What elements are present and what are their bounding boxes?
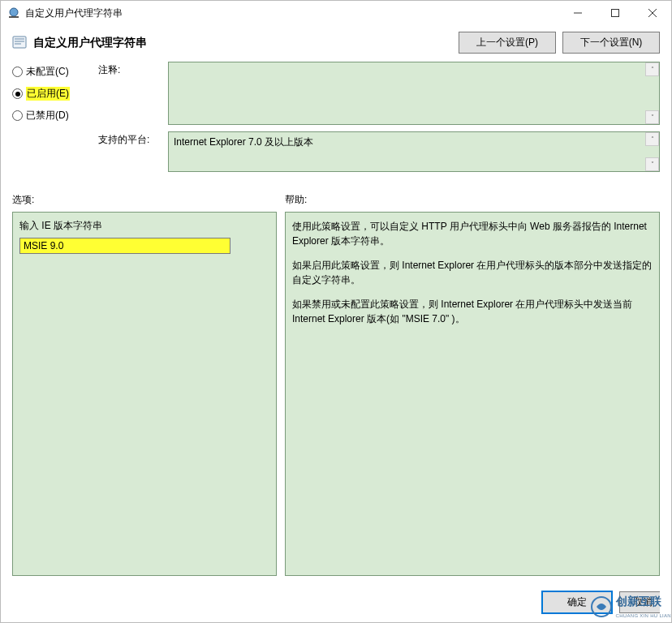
comment-textarea[interactable]: ˄ ˅ [168, 62, 660, 125]
platforms-box: Internet Explorer 7.0 及以上版本 ˄ ˅ [168, 131, 660, 172]
svg-rect-6 [13, 37, 26, 48]
scroll-down-icon[interactable]: ˅ [645, 157, 659, 171]
platforms-label: 支持的平台: [98, 131, 168, 172]
state-radios: 未配置(C) 已启用(E) 已禁用(D) [12, 62, 98, 178]
help-text: 如果启用此策略设置，则 Internet Explorer 在用户代理标头的版本… [292, 258, 653, 287]
watermark-sub: CHUANG XIN HU LIAN [616, 613, 671, 618]
platforms-value: Internet Explorer 7.0 及以上版本 [174, 136, 313, 148]
radio-icon [12, 67, 23, 77]
radio-label: 已禁用(D) [26, 109, 69, 122]
watermark: 创新互联 CHUANG XIN HU LIAN [590, 595, 671, 619]
window-controls [559, 1, 671, 25]
maximize-button[interactable] [597, 1, 634, 25]
radio-icon [12, 88, 23, 99]
footer: 确定 取消 [1, 584, 671, 622]
scroll-up-icon[interactable]: ˄ [645, 132, 659, 146]
svg-point-0 [10, 8, 18, 16]
radio-icon [12, 110, 23, 121]
radio-enabled[interactable]: 已启用(E) [12, 87, 98, 101]
section-labels: 选项: 帮助: [1, 185, 671, 212]
panels: 输入 IE 版本字符串 使用此策略设置，可以自定义 HTTP 用户代理标头中向 … [1, 212, 671, 584]
page-title: 自定义用户代理字符串 [33, 36, 459, 50]
window-title: 自定义用户代理字符串 [25, 6, 559, 20]
options-label: 选项: [12, 193, 285, 207]
scroll-up-icon[interactable]: ˄ [645, 62, 659, 76]
app-icon [7, 6, 20, 19]
scroll-down-icon[interactable]: ˅ [645, 110, 659, 124]
svg-rect-3 [612, 10, 619, 17]
svg-rect-1 [9, 16, 19, 18]
help-label: 帮助: [285, 193, 660, 207]
titlebar: 自定义用户代理字符串 [1, 1, 671, 25]
help-panel: 使用此策略设置，可以自定义 HTTP 用户代理标头中向 Web 服务器报告的 I… [285, 212, 660, 576]
watermark-brand: 创新互联 [616, 595, 661, 608]
window: 自定义用户代理字符串 自定义用户代理字符串 上一个设置(P) [0, 0, 672, 623]
comment-label: 注释: [98, 62, 168, 125]
config-area: 未配置(C) 已启用(E) 已禁用(D) 注释: ˄ ˅ [1, 54, 671, 185]
radio-disabled[interactable]: 已禁用(D) [12, 109, 98, 122]
next-setting-button[interactable]: 下一个设置(N) [562, 32, 660, 54]
policy-icon [12, 36, 27, 50]
previous-setting-button[interactable]: 上一个设置(P) [459, 32, 556, 54]
ie-version-input[interactable] [19, 238, 230, 254]
radio-label: 已启用(E) [26, 87, 70, 101]
help-text: 如果禁用或未配置此策略设置，则 Internet Explorer 在用户代理标… [292, 297, 653, 326]
radio-not-configured[interactable]: 未配置(C) [12, 65, 98, 79]
input-label: 输入 IE 版本字符串 [19, 219, 269, 233]
minimize-button[interactable] [559, 1, 597, 25]
watermark-logo-icon [590, 595, 613, 618]
radio-label: 未配置(C) [26, 65, 69, 79]
help-text: 使用此策略设置，可以自定义 HTTP 用户代理标头中向 Web 服务器报告的 I… [292, 219, 653, 248]
options-panel: 输入 IE 版本字符串 [12, 212, 277, 576]
header-row: 自定义用户代理字符串 上一个设置(P) 下一个设置(N) [1, 25, 671, 54]
close-button[interactable] [634, 1, 671, 25]
